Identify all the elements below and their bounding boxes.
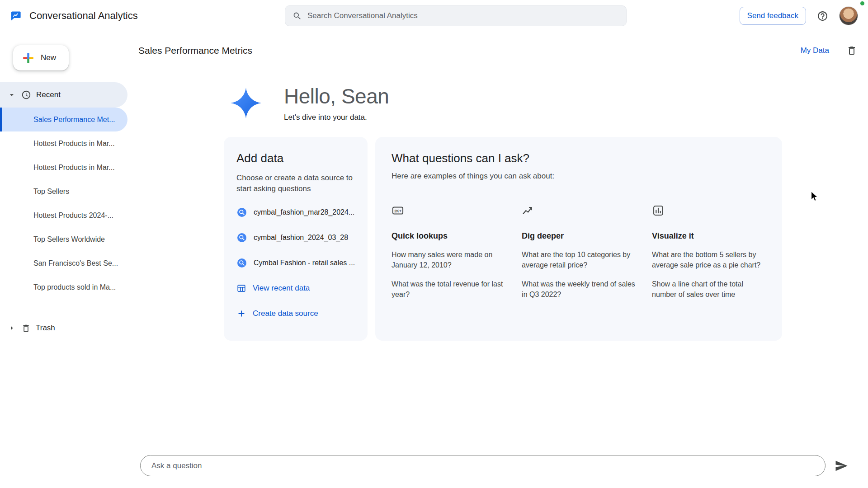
my-data-link[interactable]: My Data bbox=[801, 46, 829, 55]
category-title: Visualize it bbox=[652, 231, 766, 241]
sidebar-recent-item[interactable]: Hottest Products in Mar... bbox=[0, 131, 127, 155]
data-source-item[interactable]: cymbal_fashion_2024_03_28 bbox=[236, 225, 355, 250]
sidebar-recent-item[interactable]: Top Sellers bbox=[0, 179, 127, 203]
sidebar-recent-item[interactable]: Top products sold in Ma... bbox=[0, 275, 127, 299]
app-title: Conversational Analytics bbox=[29, 10, 138, 22]
avatar[interactable] bbox=[839, 6, 858, 25]
ask-question-input[interactable] bbox=[140, 455, 826, 476]
top-header: Conversational Analytics Send feedback bbox=[0, 0, 868, 32]
header-brand: Conversational Analytics bbox=[10, 10, 138, 22]
recording-indicator-dot bbox=[860, 1, 864, 5]
bigquery-source-icon bbox=[236, 207, 247, 218]
sidebar-section-recent[interactable]: Recent bbox=[0, 82, 127, 108]
create-data-source-label: Create data source bbox=[253, 309, 318, 318]
sidebar-section-trash[interactable]: Trash bbox=[0, 315, 127, 341]
bar-chart-icon bbox=[652, 204, 665, 217]
example-question: Show a line chart of the total number of… bbox=[652, 279, 766, 300]
greeting-text: Hello, Sean Let's dive into your data. bbox=[284, 84, 389, 122]
category-dig-deeper: Dig deeper What are the top 10 categorie… bbox=[522, 204, 636, 300]
sidebar-recent-item[interactable]: Hottest Products 2024-... bbox=[0, 203, 127, 227]
recent-list: Sales Performance Met... Hottest Product… bbox=[0, 108, 127, 299]
greeting-subtitle: Let's dive into your data. bbox=[284, 113, 389, 122]
send-icon[interactable] bbox=[835, 459, 848, 473]
sidebar: New Recent Sales Performance Met... Hott… bbox=[0, 32, 127, 488]
question-categories: 2K+ Quick lookups How many sales were ma… bbox=[392, 204, 766, 300]
new-button[interactable]: New bbox=[13, 45, 69, 70]
bigquery-source-icon bbox=[236, 258, 247, 268]
data-source-item[interactable]: Cymbal Fashion - retail sales ... bbox=[236, 250, 355, 276]
content-column: Hello, Sean Let's dive into your data. A… bbox=[224, 84, 778, 341]
chevron-right-icon bbox=[7, 324, 16, 333]
example-question: What are the top 10 categories by averag… bbox=[522, 250, 636, 270]
help-icon[interactable] bbox=[817, 10, 828, 22]
main-content: Sales Performance Metrics My Data bbox=[127, 32, 868, 488]
new-button-label: New bbox=[41, 53, 56, 62]
category-quick-lookups: 2K+ Quick lookups How many sales were ma… bbox=[392, 204, 505, 300]
view-recent-data-label: View recent data bbox=[253, 284, 310, 293]
search-icon bbox=[292, 11, 302, 21]
clock-icon bbox=[21, 90, 31, 100]
cards-row: Add data Choose or create a data source … bbox=[224, 137, 778, 341]
recent-label: Recent bbox=[36, 90, 61, 99]
search-input[interactable] bbox=[307, 11, 619, 20]
greeting-block: Hello, Sean Let's dive into your data. bbox=[224, 84, 778, 122]
delete-conversation-icon[interactable] bbox=[846, 45, 857, 56]
create-data-source-link[interactable]: Create data source bbox=[236, 301, 355, 326]
main-top-actions: My Data bbox=[801, 45, 857, 56]
greeting-title: Hello, Sean bbox=[284, 84, 389, 108]
table-icon bbox=[236, 283, 246, 293]
sidebar-recent-item[interactable]: San Francisco's Best Se... bbox=[0, 251, 127, 275]
example-question: How many sales were made on January 12, … bbox=[392, 250, 505, 270]
example-question: What was the weekly trend of sales in Q3… bbox=[522, 279, 636, 300]
page-title: Sales Performance Metrics bbox=[138, 45, 252, 56]
add-data-card: Add data Choose or create a data source … bbox=[224, 137, 368, 341]
2k-badge-icon: 2K+ bbox=[392, 204, 404, 217]
category-visualize-it: Visualize it What are the bottom 5 selle… bbox=[652, 204, 766, 300]
chevron-down-icon bbox=[7, 90, 16, 99]
svg-text:2K+: 2K+ bbox=[394, 209, 401, 213]
add-data-title: Add data bbox=[236, 151, 355, 165]
line-chart-icon bbox=[522, 204, 534, 217]
data-source-item[interactable]: cymbal_fashion_mar28_2024... bbox=[236, 200, 355, 225]
data-source-label: cymbal_fashion_mar28_2024... bbox=[254, 208, 354, 216]
data-source-list: cymbal_fashion_mar28_2024... cymbal_fash… bbox=[236, 200, 355, 326]
sidebar-recent-item[interactable]: Sales Performance Met... bbox=[0, 108, 127, 131]
questions-title: What questions can I ask? bbox=[392, 151, 766, 165]
example-question: What was the total revenue for last year… bbox=[392, 279, 505, 300]
questions-card: What questions can I ask? Here are examp… bbox=[375, 137, 782, 341]
main-top-bar: Sales Performance Metrics My Data bbox=[138, 45, 857, 56]
add-data-description: Choose or create a data source to start … bbox=[236, 173, 353, 194]
questions-subtitle: Here are examples of things you can ask … bbox=[392, 172, 766, 181]
category-title: Dig deeper bbox=[522, 231, 636, 241]
send-feedback-button[interactable]: Send feedback bbox=[740, 7, 806, 25]
app-logo-icon bbox=[10, 10, 22, 22]
data-source-label: cymbal_fashion_2024_03_28 bbox=[254, 234, 348, 242]
data-source-label: Cymbal Fashion - retail sales ... bbox=[254, 259, 355, 267]
sidebar-recent-item[interactable]: Hottest Products in Mar... bbox=[0, 155, 127, 179]
header-actions: Send feedback bbox=[740, 6, 858, 25]
example-question: What are the bottom 5 sellers by average… bbox=[652, 250, 766, 270]
plus-icon bbox=[22, 52, 34, 64]
bigquery-source-icon bbox=[236, 232, 247, 243]
trash-label: Trash bbox=[36, 324, 55, 333]
view-recent-data-link[interactable]: View recent data bbox=[236, 276, 355, 301]
sidebar-recent-item[interactable]: Top Sellers Worldwide bbox=[0, 227, 127, 251]
plus-icon bbox=[236, 309, 246, 319]
search-bar bbox=[285, 5, 627, 26]
trash-icon bbox=[21, 324, 31, 333]
composer bbox=[140, 455, 848, 476]
body-row: New Recent Sales Performance Met... Hott… bbox=[0, 32, 868, 488]
category-title: Quick lookups bbox=[392, 231, 505, 241]
gemini-spark-icon bbox=[229, 86, 263, 120]
